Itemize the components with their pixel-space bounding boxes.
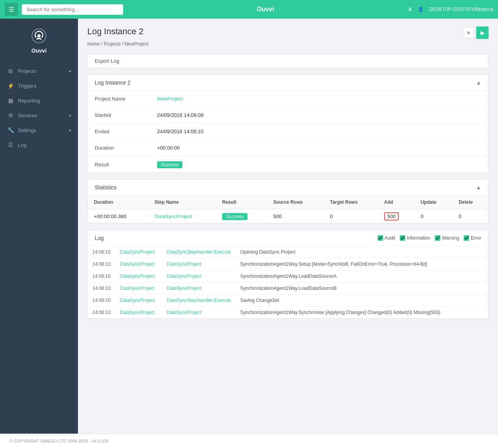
settings-arrow: ◂ [69,128,71,133]
col-source-rows: Source Rows [267,196,324,209]
log-table-row: 14:08:10 DataSyncProject DataSyncStepHan… [88,246,488,258]
filter-audit[interactable]: Audit [378,235,395,241]
info-row-project-name: Project Name NewProject [88,91,488,107]
log-card-body: 14:08:10 DataSyncProject DataSyncStepHan… [88,246,488,318]
breadcrumb-home[interactable]: Home [87,41,100,47]
log-message: Opening DataSync Project [235,246,488,258]
filter-audit-label: Audit [385,235,395,241]
menu-toggle-button[interactable]: ☰ [5,3,18,16]
sidebar-item-triggers[interactable]: ⚡ Triggers [0,78,78,93]
statistics-table: Duration Step Name Result Source Rows Ta… [88,196,488,223]
breadcrumb: Home / Projects / NewProject [87,41,489,47]
brand-logo-svg [32,28,46,43]
log-table-row: 14:08:10 DataSyncProject DataSyncProject… [88,258,488,270]
sidebar-nav: ⊞ Projects ◂ ⚡ Triggers ▦ Reporting ⚙ Se… [0,60,78,434]
statistics-card: Statistics ▲ Duration Step Name Result S… [87,179,489,224]
services-arrow: ◂ [69,113,71,118]
log-table-row: 14:08:10 DataSyncProject DataSyncProject… [88,307,488,319]
filter-warning-checkbox[interactable] [435,235,440,241]
log-handler: DataSyncStepHandler.Execute [162,246,236,258]
step-name-link[interactable]: DataSyncProject [155,213,192,219]
cell-add: 500 [378,209,415,223]
filter-information-checkbox[interactable] [400,235,405,241]
cell-step-name: DataSyncProject [148,209,216,223]
log-table: 14:08:10 DataSyncProject DataSyncStepHan… [88,246,488,318]
info-row-started: Started 24/09/2018 14:08:09 [88,107,488,123]
monitor-icon: 🖥 [408,7,412,12]
breadcrumb-projects[interactable]: Projects [104,41,120,47]
forward-button[interactable]: ▶ [476,26,489,39]
page-header: Log Instance 2 ✕ ▶ [87,26,489,39]
user-icon: 👤 [418,7,424,12]
settings-icon: 🔧 [7,127,14,133]
search-input[interactable] [22,4,123,15]
sidebar-label-log: Log [18,142,26,148]
forward-icon: ▶ [480,30,485,36]
filter-error[interactable]: Error [464,235,481,241]
sidebar-label-reporting: Reporting [18,98,40,104]
info-row-result: Result Success [88,156,488,173]
value-started: 24/09/2018 14:08:09 [157,112,203,118]
col-add: Add [378,196,415,209]
log-time: 14:08:10 [88,307,115,319]
page-header-actions: ✕ ▶ [463,26,489,39]
filter-error-label: Error [471,235,481,241]
hamburger-icon: ☰ [9,6,14,13]
page-title-text: Log Instance 2 [87,26,143,37]
filter-information-label: Information [407,235,430,241]
sidebar: Ouvvi ⊞ Projects ◂ ⚡ Triggers ▦ Reportin… [0,19,78,434]
export-log-label: Export Log [95,58,119,64]
log-card: Log Audit Information Warning [87,230,489,319]
sidebar-item-log[interactable]: ☰ Log [0,138,78,152]
cell-source-rows: 500 [267,209,324,223]
topbar: ☰ Ouvvi 🖥 👤 DESKTOP-O2ST5P1\Rebecca [0,0,498,19]
log-source: DataSyncProject [115,307,162,319]
sidebar-item-reporting[interactable]: ▦ Reporting [0,93,78,108]
log-card-title: Log [95,235,104,241]
services-icon: ⚙ [7,112,14,118]
cell-duration: +00:00:00.380 [88,209,148,223]
log-handler: DataSyncProject [162,282,236,295]
log-handler: DataSyncStepHandler.Execute [162,295,236,307]
log-instance-card-header: Log Instance 2 ▲ [88,75,488,91]
log-handler: DataSyncProject [162,270,236,282]
result-badge: Success [157,161,182,168]
breadcrumb-current: NewProject [124,41,148,47]
col-delete: Delete [452,196,488,209]
sidebar-item-projects[interactable]: ⊞ Projects ◂ [0,63,78,78]
cell-update: 0 [414,209,452,223]
log-message: SynchronizationAgent1Way.LoadDataSourceB [235,282,488,295]
app-title: Ouvvi [123,6,408,13]
filter-information[interactable]: Information [400,235,430,241]
log-icon: ☰ [7,142,14,148]
label-duration: Duration [95,145,157,151]
filter-error-checkbox[interactable] [464,235,469,241]
sidebar-item-settings[interactable]: 🔧 Settings ◂ [0,123,78,138]
sidebar-label-settings: Settings [18,127,36,133]
log-time: 14:08:10 [88,282,115,295]
cell-result: Success [216,209,267,223]
collapse-button[interactable]: ✕ [463,27,474,38]
sidebar-brand: Ouvvi [0,19,78,60]
filter-warning[interactable]: Warning [435,235,459,241]
layout: Ouvvi ⊞ Projects ◂ ⚡ Triggers ▦ Reportin… [0,19,498,434]
add-highlight: 500 [384,212,399,220]
topbar-right: 🖥 👤 DESKTOP-O2ST5P1\Rebecca [408,7,493,12]
statistics-card-header: Statistics ▲ [88,180,488,196]
col-target-rows: Target Rows [324,196,378,209]
log-time: 14:08:10 [88,258,115,270]
project-name-link[interactable]: NewProject [157,96,183,102]
log-handler: DataSyncProject [162,258,236,270]
log-instance-collapse-btn[interactable]: ▲ [476,79,481,86]
log-card-header: Log Audit Information Warning [88,230,488,246]
label-started: Started [95,112,157,118]
log-table-row: 14:08:10 DataSyncProject DataSyncProject… [88,270,488,282]
statistics-card-body: Duration Step Name Result Source Rows Ta… [88,196,488,223]
value-duration: +00:00:00 [157,145,180,151]
filter-warning-label: Warning [442,235,459,241]
sidebar-item-services[interactable]: ⚙ Services ◂ [0,108,78,123]
log-source: DataSyncProject [115,282,162,295]
statistics-collapse-btn[interactable]: ▲ [476,184,481,190]
filter-audit-checkbox[interactable] [378,235,383,241]
label-ended: Ended [95,129,157,134]
